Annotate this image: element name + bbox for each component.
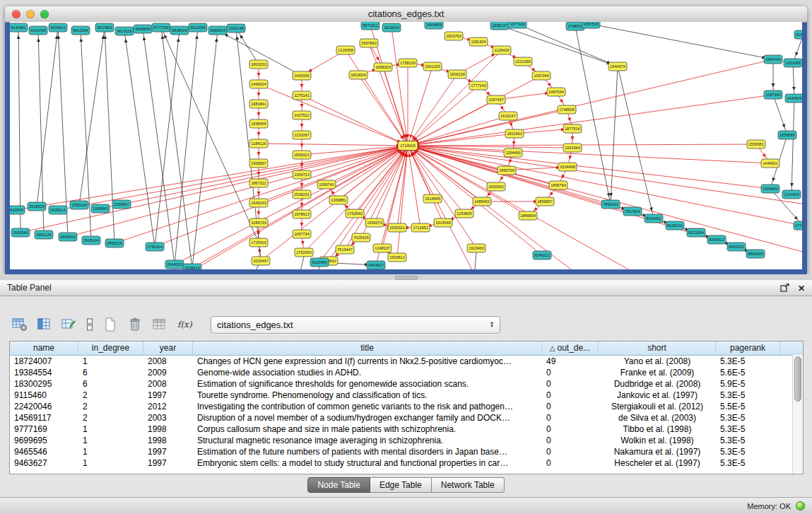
table-row[interactable]: 969969511998Structural magnetic resonanc…: [10, 435, 793, 446]
network-node[interactable]: 1823004: [349, 71, 367, 79]
table-cell[interactable]: 2008: [143, 356, 193, 367]
network-node[interactable]: 9214706: [29, 26, 47, 35]
network-node[interactable]: 1226058: [336, 46, 355, 54]
table-cell[interactable]: 0: [542, 367, 599, 378]
table-cell[interactable]: 9115460: [10, 390, 78, 401]
table-cell[interactable]: 6: [78, 367, 143, 378]
table-cell[interactable]: Structural magnetic resonance image aver…: [193, 435, 542, 446]
close-window-button[interactable]: [12, 10, 20, 18]
table-cell[interactable]: Corpus callosum shape and size in male p…: [193, 424, 542, 435]
table-cell[interactable]: 0: [542, 435, 599, 446]
table-cell[interactable]: 1: [78, 457, 143, 469]
table-cell[interactable]: 9777169: [10, 424, 78, 435]
close-panel-icon[interactable]: ✕: [798, 284, 805, 293]
table-cell[interactable]: 1: [78, 446, 143, 457]
network-node[interactable]: 9136481: [10, 23, 28, 32]
network-node[interactable]: 1054403: [761, 185, 779, 193]
network-node[interactable]: 1961325: [423, 62, 442, 71]
table-cell[interactable]: 9699695: [10, 435, 78, 446]
network-node[interactable]: 7519447: [336, 245, 354, 254]
table-cell[interactable]: 5.3E-5: [716, 424, 780, 435]
table-cell[interactable]: Stergiakouli et al. (2012): [599, 401, 716, 412]
network-node[interactable]: 1724016: [398, 141, 418, 151]
network-node[interactable]: 1909957: [249, 159, 268, 168]
network-node[interactable]: 1497534: [547, 88, 565, 96]
table-cell[interactable]: 9465546: [10, 446, 78, 457]
table-cell[interactable]: 5.3E-5: [716, 412, 780, 424]
network-node[interactable]: 1877516: [563, 124, 582, 133]
network-node[interactable]: 1530021: [388, 223, 406, 232]
network-node[interactable]: 9334912: [49, 23, 67, 32]
table-scrollbar[interactable]: [792, 355, 803, 474]
table-cell[interactable]: Tibbo et al. (1998): [599, 424, 716, 435]
table-cell[interactable]: 5.3E-5: [716, 356, 780, 367]
table-cell[interactable]: 19384554: [10, 367, 78, 378]
column-header-in-degree[interactable]: in_degree: [78, 341, 143, 355]
network-node[interactable]: 1914546: [434, 218, 452, 227]
network-node[interactable]: 1553812: [388, 253, 406, 262]
table-cell[interactable]: 2: [78, 412, 143, 424]
network-node[interactable]: 1830021: [293, 151, 311, 159]
delete-table-icon[interactable]: [126, 317, 143, 332]
table-cell[interactable]: Hescheler et al. (1997): [599, 457, 716, 469]
network-node[interactable]: 1466204: [249, 80, 268, 88]
table-settings-icon[interactable]: [11, 317, 28, 332]
network-node[interactable]: 1275141: [293, 91, 311, 100]
table-row[interactable]: 2242004622012Investigating the contribut…: [10, 401, 793, 412]
table-row[interactable]: 946362711997Embryonic stem cells: a mode…: [10, 457, 793, 469]
network-node[interactable]: 1895794: [549, 181, 567, 189]
table-cell[interactable]: Wolkin et al. (1998): [599, 435, 716, 446]
minimize-window-button[interactable]: [26, 10, 35, 18]
table-cell[interactable]: 2008: [143, 378, 193, 390]
network-node[interactable]: 8350412: [707, 235, 726, 244]
table-cell[interactable]: 5.3E-5: [716, 390, 780, 401]
network-node[interactable]: 1923400: [467, 244, 486, 252]
network-node[interactable]: 2265843: [91, 204, 110, 213]
network-node[interactable]: 1895759: [498, 166, 516, 175]
network-node[interactable]: 1097349: [532, 71, 551, 80]
network-node[interactable]: 9912056: [189, 23, 207, 32]
network-node[interactable]: 1051095: [784, 59, 802, 67]
network-node[interactable]: 1181304: [469, 37, 488, 46]
table-row[interactable]: 1456911722003Disruption of a novel membe…: [10, 412, 793, 424]
network-node[interactable]: 1248137: [373, 244, 392, 252]
table-cell[interactable]: 1998: [143, 424, 193, 435]
table-cell[interactable]: 2009: [143, 367, 193, 378]
table-cell[interactable]: 0: [542, 412, 599, 424]
network-node[interactable]: 1777143: [469, 81, 488, 90]
network-node[interactable]: 1197349: [764, 90, 782, 99]
network-node[interactable]: 1770353: [794, 221, 802, 230]
table-row[interactable]: 1938455462009Genome-wide association stu…: [10, 367, 793, 378]
network-node[interactable]: 9699695: [134, 25, 152, 33]
network-node[interactable]: 1725410: [249, 238, 268, 247]
network-node[interactable]: 9463627: [367, 261, 385, 269]
network-node[interactable]: 2538416: [183, 264, 201, 269]
float-panel-icon[interactable]: [780, 284, 789, 293]
new-file-icon[interactable]: [102, 317, 119, 332]
zoom-window-button[interactable]: [40, 10, 49, 18]
table-cell[interactable]: 49: [542, 356, 599, 367]
table-cell[interactable]: Franke et al. (2009): [599, 367, 716, 378]
network-node[interactable]: 1889568: [519, 211, 537, 220]
network-node[interactable]: 1506218: [448, 70, 466, 78]
network-node[interactable]: 1221399: [514, 57, 532, 66]
network-node[interactable]: 1444501: [761, 159, 779, 168]
network-node[interactable]: 1253805: [455, 209, 473, 218]
network-node[interactable]: 1981841: [249, 100, 268, 108]
table-cell[interactable]: 0: [542, 446, 599, 457]
table-row[interactable]: 1830029562008Estimation of significance …: [10, 378, 793, 390]
network-node[interactable]: 3106540: [11, 228, 30, 237]
network-node[interactable]: 8019462: [645, 214, 663, 223]
table-cell[interactable]: 2: [78, 390, 143, 401]
table-cell[interactable]: Jankovic et al. (1997): [599, 390, 716, 401]
network-canvas[interactable]: 1724016182300416961631758129196132515062…: [10, 22, 802, 269]
table-cell[interactable]: 1: [78, 356, 143, 367]
network-node[interactable]: 3051129: [35, 230, 53, 239]
tab-network-table[interactable]: Network Table: [432, 477, 505, 493]
tab-edge-table[interactable]: Edge Table: [370, 477, 432, 493]
function-builder-icon[interactable]: f(x): [176, 317, 193, 332]
edit-table-icon[interactable]: [61, 317, 78, 332]
network-node[interactable]: 1813014: [382, 23, 401, 32]
table-cell[interactable]: 18724007: [10, 356, 78, 367]
network-node[interactable]: 7625426: [352, 233, 370, 242]
